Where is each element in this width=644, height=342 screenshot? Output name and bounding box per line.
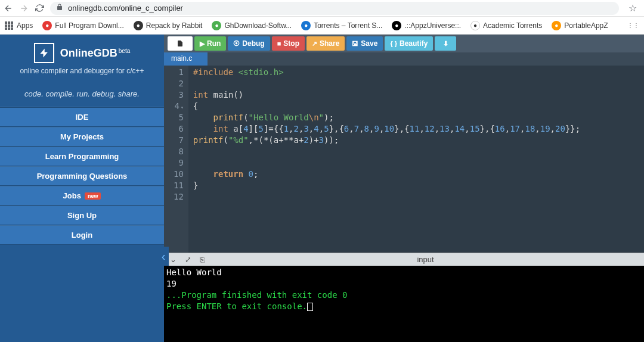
save-button[interactable]: 🖫Save	[346, 36, 383, 51]
bookmark-label: .::AppzUniverse::.	[404, 21, 461, 30]
cursor	[307, 303, 313, 311]
logo-beta: beta	[119, 48, 130, 54]
logo-area: OnlineGDBbeta online compiler and debugg…	[0, 35, 164, 80]
download-icon: ⬇	[443, 40, 448, 48]
beautify-button[interactable]: { }Beautify	[385, 36, 433, 51]
code-line: int main()	[193, 89, 580, 101]
sidebar-item[interactable]: Login	[0, 225, 164, 245]
console-line: Press ENTER to exit console.	[166, 301, 642, 312]
bookmark-item[interactable]: ●GhDownload-Softw...	[212, 21, 292, 30]
code-line: #include <stdio.h>	[193, 67, 580, 78]
bookmark-label: PortableAppZ	[564, 21, 608, 30]
bookmark-item[interactable]: ●Academic Torrents	[470, 21, 542, 30]
bookmark-label: Full Program Downl...	[55, 21, 123, 30]
console-output[interactable]: Hello World19...Program finished with ex…	[164, 266, 644, 342]
bookmark-favicon: ●	[212, 21, 221, 30]
code-line	[193, 157, 580, 169]
sidebar-item[interactable]: Programming Questions	[0, 166, 164, 186]
sidebar-collapse-handle[interactable]: ‹	[158, 247, 169, 266]
code-line	[193, 146, 580, 157]
code-line	[193, 191, 580, 203]
logo-title: OnlineGDB	[60, 47, 117, 59]
sidebar-item[interactable]: IDE	[0, 107, 164, 127]
apps-button[interactable]: Apps	[5, 21, 33, 30]
sidebar-item-label: Learn Programming	[45, 152, 119, 161]
line-number: 8	[174, 146, 184, 157]
bookmarks-bar: Apps ●Full Program Downl...●Repack by Ra…	[0, 17, 644, 35]
bookmark-item[interactable]: ●Torrents – Torrent S...	[301, 21, 382, 30]
play-icon: ▶	[200, 40, 205, 48]
stop-icon: ■	[277, 40, 281, 47]
bug-icon: ⦿	[233, 40, 240, 47]
sidebar-item-label: Jobs	[63, 191, 81, 200]
url-text: onlinegdb.com/online_c_compiler	[68, 4, 183, 13]
lock-icon	[56, 4, 63, 13]
sidebar-item-label: Login	[72, 231, 92, 240]
line-number: 9	[174, 157, 184, 169]
sidebar-item[interactable]: Learn Programming	[0, 147, 164, 166]
tagline: code. compile. run. debug. share.	[0, 80, 164, 107]
code-area[interactable]: #include <stdio.h> int main(){ printf("H…	[188, 66, 585, 253]
chevron-down-icon[interactable]: ⌄	[170, 255, 177, 264]
bookmark-label: Repack by Rabbit	[146, 21, 203, 30]
gutter: 123456789101112	[164, 66, 188, 253]
bookmark-item[interactable]: ●.::AppzUniverse::.	[392, 21, 461, 30]
code-editor[interactable]: 123456789101112 #include <stdio.h> int m…	[164, 66, 644, 253]
bookmark-favicon: ●	[134, 21, 143, 30]
expand-icon[interactable]: ⤢	[185, 255, 191, 264]
line-number: 2	[174, 78, 184, 89]
tab-bar: main.c	[164, 52, 644, 66]
line-number: 1	[174, 67, 184, 78]
stop-button[interactable]: ■Stop	[272, 36, 305, 51]
code-line: }	[193, 180, 580, 191]
line-number: 6	[174, 123, 184, 135]
code-line: printf("Hello World\n");	[193, 112, 580, 123]
console-mode-label: input	[417, 255, 434, 264]
bookmark-favicon: ●	[42, 21, 52, 30]
bookmark-star-icon[interactable]: ☆	[625, 2, 640, 14]
apps-label: Apps	[17, 21, 33, 30]
copy-icon[interactable]: ⎘	[200, 255, 205, 264]
download-button[interactable]: ⬇	[435, 36, 456, 51]
tab-main-c[interactable]: main.c	[164, 52, 208, 66]
code-line: int a[4][5]={{1,2,3,4,5},{6,7,8,9,10},{1…	[193, 123, 580, 135]
share-button[interactable]: ↗Share	[306, 36, 345, 51]
sidebar-item[interactable]: Sign Up	[0, 206, 164, 225]
bookmark-item[interactable]: ●Repack by Rabbit	[134, 21, 203, 30]
address-bar[interactable]: onlinegdb.com/online_c_compiler	[50, 2, 619, 15]
reload-button[interactable]	[35, 4, 44, 13]
line-number: 12	[174, 191, 184, 203]
new-badge: new	[85, 192, 101, 200]
sidebar-item-label: Sign Up	[67, 211, 97, 220]
sidebar-item-label: Programming Questions	[37, 172, 128, 181]
logo-icon	[34, 43, 54, 63]
share-icon: ↗	[312, 40, 317, 48]
run-button[interactable]: ▶Run	[194, 36, 226, 51]
console-line: Hello World	[166, 267, 642, 278]
bookmark-favicon: ●	[301, 21, 311, 30]
bookmark-favicon: ●	[392, 21, 401, 30]
bookmark-label: Torrents – Torrent S...	[314, 21, 382, 30]
toolbar: ▶Run ⦿Debug ■Stop ↗Share 🖫Save { }Beauti…	[164, 35, 644, 52]
line-number: 10	[174, 169, 184, 180]
main-area: ▶Run ⦿Debug ■Stop ↗Share 🖫Save { }Beauti…	[164, 35, 644, 342]
line-number: 4	[174, 101, 184, 112]
bookmark-label: Academic Torrents	[483, 21, 542, 30]
save-icon: 🖫	[352, 40, 358, 47]
bookmark-item[interactable]: ●Full Program Downl...	[42, 21, 123, 30]
browser-nav-bar: onlinegdb.com/online_c_compiler ☆	[0, 0, 644, 17]
new-file-button[interactable]	[168, 36, 193, 51]
sidebar-item[interactable]: Jobsnew	[0, 186, 164, 206]
bookmark-label: GhDownload-Softw...	[224, 21, 292, 30]
bookmark-item[interactable]: ●PortableAppZ	[552, 21, 608, 30]
sidebar-item[interactable]: My Projects	[0, 127, 164, 147]
debug-button[interactable]: ⦿Debug	[228, 36, 270, 51]
forward-button[interactable]	[19, 4, 29, 13]
overflow-icon[interactable]: ⋮⋮	[627, 22, 639, 29]
braces-icon: { }	[390, 40, 397, 47]
logo-subtitle: online compiler and debugger for c/c++	[6, 67, 158, 75]
back-button[interactable]	[4, 4, 13, 13]
bookmark-favicon: ●	[552, 21, 561, 30]
sidebar-item-label: My Projects	[60, 132, 104, 141]
code-line: printf("%d",*(*(a+**a+2)+3));	[193, 135, 580, 146]
